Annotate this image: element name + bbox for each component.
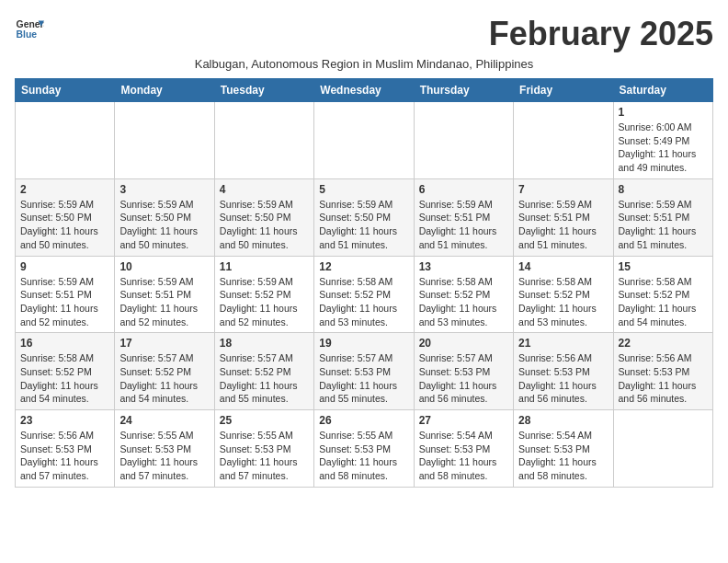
calendar-week-row: 16Sunrise: 5:58 AMSunset: 5:52 PMDayligh… — [16, 333, 713, 410]
day-number: 21 — [518, 337, 608, 350]
day-number: 27 — [419, 414, 508, 427]
day-number: 6 — [419, 183, 508, 196]
calendar-cell: 11Sunrise: 5:59 AMSunset: 5:52 PMDayligh… — [214, 256, 313, 333]
day-info: Sunrise: 5:55 AMSunset: 5:53 PMDaylight:… — [220, 429, 309, 483]
calendar-table: SundayMondayTuesdayWednesdayThursdayFrid… — [15, 78, 713, 488]
day-info: Sunrise: 5:59 AMSunset: 5:51 PMDaylight:… — [518, 198, 608, 252]
calendar-cell: 14Sunrise: 5:58 AMSunset: 5:52 PMDayligh… — [514, 256, 613, 333]
calendar-cell: 15Sunrise: 5:58 AMSunset: 5:52 PMDayligh… — [613, 256, 712, 333]
calendar-day-header: Saturday — [613, 79, 712, 102]
calendar-cell — [314, 102, 414, 179]
day-number: 14 — [518, 260, 608, 273]
calendar-day-header: Monday — [115, 79, 214, 102]
calendar-day-header: Friday — [514, 79, 613, 102]
calendar-cell — [414, 102, 513, 179]
calendar-cell: 26Sunrise: 5:55 AMSunset: 5:53 PMDayligh… — [314, 410, 414, 488]
calendar-week-row: 23Sunrise: 5:56 AMSunset: 5:53 PMDayligh… — [16, 410, 713, 488]
calendar-cell: 28Sunrise: 5:54 AMSunset: 5:53 PMDayligh… — [514, 410, 613, 488]
month-title: February 2025 — [489, 15, 713, 53]
day-number: 10 — [119, 260, 209, 273]
day-number: 28 — [518, 414, 608, 427]
calendar-cell: 5Sunrise: 5:59 AMSunset: 5:50 PMDaylight… — [314, 178, 414, 256]
day-number: 25 — [220, 414, 309, 427]
calendar-cell: 7Sunrise: 5:59 AMSunset: 5:51 PMDaylight… — [514, 178, 613, 256]
day-info: Sunrise: 5:54 AMSunset: 5:53 PMDaylight:… — [419, 429, 508, 483]
calendar-header-row: SundayMondayTuesdayWednesdayThursdayFrid… — [16, 79, 713, 102]
calendar-cell: 3Sunrise: 5:59 AMSunset: 5:50 PMDaylight… — [115, 178, 214, 256]
calendar-cell: 27Sunrise: 5:54 AMSunset: 5:53 PMDayligh… — [414, 410, 513, 488]
subtitle: Kalbugan, Autonomous Region in Muslim Mi… — [15, 57, 713, 71]
calendar-cell: 8Sunrise: 5:59 AMSunset: 5:51 PMDaylight… — [613, 178, 712, 256]
day-info: Sunrise: 5:54 AMSunset: 5:53 PMDaylight:… — [518, 429, 608, 483]
calendar-cell: 16Sunrise: 5:58 AMSunset: 5:52 PMDayligh… — [16, 333, 115, 410]
day-number: 22 — [619, 337, 708, 350]
calendar-day-header: Wednesday — [314, 79, 414, 102]
day-number: 1 — [619, 106, 708, 119]
calendar-cell: 25Sunrise: 5:55 AMSunset: 5:53 PMDayligh… — [214, 410, 313, 488]
logo: General Blue — [15, 15, 44, 44]
calendar-cell: 9Sunrise: 5:59 AMSunset: 5:51 PMDaylight… — [16, 256, 115, 333]
calendar-cell — [214, 102, 313, 179]
day-info: Sunrise: 5:58 AMSunset: 5:52 PMDaylight:… — [319, 275, 408, 329]
calendar-cell — [115, 102, 214, 179]
calendar-week-row: 2Sunrise: 5:59 AMSunset: 5:50 PMDaylight… — [16, 178, 713, 256]
day-number: 19 — [319, 337, 408, 350]
day-info: Sunrise: 5:56 AMSunset: 5:53 PMDaylight:… — [518, 351, 608, 406]
day-number: 20 — [419, 337, 508, 350]
calendar-day-header: Thursday — [414, 79, 513, 102]
calendar-cell: 2Sunrise: 5:59 AMSunset: 5:50 PMDaylight… — [16, 178, 115, 256]
day-number: 9 — [20, 260, 109, 273]
calendar-cell: 6Sunrise: 5:59 AMSunset: 5:51 PMDaylight… — [414, 178, 513, 256]
day-number: 12 — [319, 260, 408, 273]
day-info: Sunrise: 5:59 AMSunset: 5:51 PMDaylight:… — [619, 198, 708, 252]
day-number: 24 — [119, 414, 209, 427]
calendar-cell: 19Sunrise: 5:57 AMSunset: 5:53 PMDayligh… — [314, 333, 414, 410]
day-number: 7 — [518, 183, 608, 196]
day-info: Sunrise: 5:59 AMSunset: 5:52 PMDaylight:… — [220, 275, 309, 329]
day-number: 15 — [619, 260, 708, 273]
calendar-cell — [16, 102, 115, 179]
day-info: Sunrise: 5:59 AMSunset: 5:50 PMDaylight:… — [319, 198, 408, 252]
day-info: Sunrise: 5:55 AMSunset: 5:53 PMDaylight:… — [119, 429, 209, 483]
day-info: Sunrise: 5:58 AMSunset: 5:52 PMDaylight:… — [518, 275, 608, 329]
calendar-cell: 4Sunrise: 5:59 AMSunset: 5:50 PMDaylight… — [214, 178, 313, 256]
day-number: 11 — [220, 260, 309, 273]
day-number: 5 — [319, 183, 408, 196]
day-info: Sunrise: 5:58 AMSunset: 5:52 PMDaylight:… — [419, 275, 508, 329]
day-number: 3 — [119, 183, 209, 196]
calendar-cell: 13Sunrise: 5:58 AMSunset: 5:52 PMDayligh… — [414, 256, 513, 333]
day-info: Sunrise: 5:57 AMSunset: 5:53 PMDaylight:… — [319, 351, 408, 406]
day-info: Sunrise: 5:58 AMSunset: 5:52 PMDaylight:… — [619, 275, 708, 329]
day-number: 23 — [20, 414, 109, 427]
calendar-cell: 18Sunrise: 5:57 AMSunset: 5:52 PMDayligh… — [214, 333, 313, 410]
calendar-day-header: Tuesday — [214, 79, 313, 102]
day-info: Sunrise: 5:59 AMSunset: 5:51 PMDaylight:… — [20, 275, 109, 329]
day-info: Sunrise: 5:55 AMSunset: 5:53 PMDaylight:… — [319, 429, 408, 483]
calendar-cell: 24Sunrise: 5:55 AMSunset: 5:53 PMDayligh… — [115, 410, 214, 488]
day-number: 17 — [119, 337, 209, 350]
day-info: Sunrise: 5:57 AMSunset: 5:52 PMDaylight:… — [119, 351, 209, 406]
day-number: 13 — [419, 260, 508, 273]
day-number: 4 — [220, 183, 309, 196]
page-header: General Blue February 2025 — [15, 15, 713, 53]
calendar-cell: 12Sunrise: 5:58 AMSunset: 5:52 PMDayligh… — [314, 256, 414, 333]
day-info: Sunrise: 5:59 AMSunset: 5:50 PMDaylight:… — [20, 198, 109, 252]
day-number: 8 — [619, 183, 708, 196]
day-info: Sunrise: 5:59 AMSunset: 5:50 PMDaylight:… — [220, 198, 309, 252]
calendar-cell — [613, 410, 712, 488]
day-info: Sunrise: 5:59 AMSunset: 5:51 PMDaylight:… — [119, 275, 209, 329]
day-info: Sunrise: 5:59 AMSunset: 5:51 PMDaylight:… — [419, 198, 508, 252]
day-number: 26 — [319, 414, 408, 427]
day-info: Sunrise: 6:00 AMSunset: 5:49 PMDaylight:… — [619, 121, 708, 175]
day-number: 16 — [20, 337, 109, 350]
calendar-cell: 20Sunrise: 5:57 AMSunset: 5:53 PMDayligh… — [414, 333, 513, 410]
calendar-cell — [514, 102, 613, 179]
calendar-cell: 17Sunrise: 5:57 AMSunset: 5:52 PMDayligh… — [115, 333, 214, 410]
day-info: Sunrise: 5:57 AMSunset: 5:52 PMDaylight:… — [220, 351, 309, 406]
day-number: 2 — [20, 183, 109, 196]
calendar-cell: 21Sunrise: 5:56 AMSunset: 5:53 PMDayligh… — [514, 333, 613, 410]
calendar-cell: 23Sunrise: 5:56 AMSunset: 5:53 PMDayligh… — [16, 410, 115, 488]
calendar-day-header: Sunday — [16, 79, 115, 102]
calendar-cell: 1Sunrise: 6:00 AMSunset: 5:49 PMDaylight… — [613, 102, 712, 179]
calendar-cell: 22Sunrise: 5:56 AMSunset: 5:53 PMDayligh… — [613, 333, 712, 410]
